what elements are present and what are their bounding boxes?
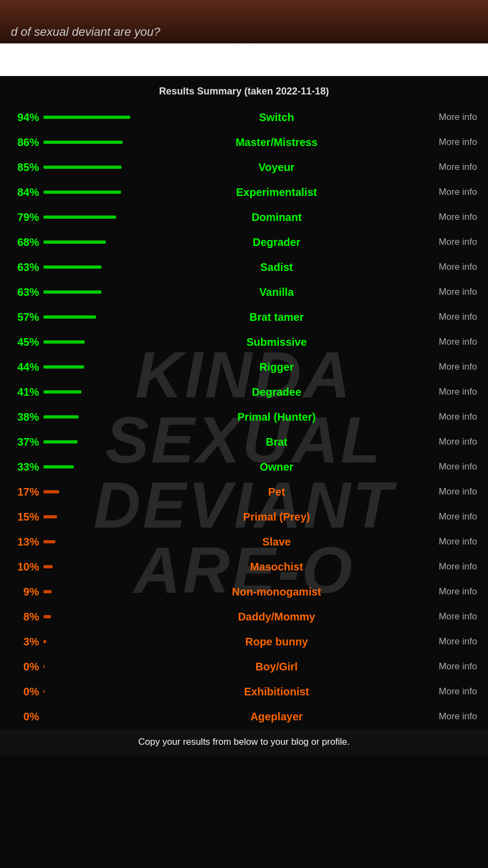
- result-label: Rigger: [141, 361, 412, 373]
- more-info-link[interactable]: More info: [412, 586, 477, 597]
- footer-bar: Copy your results from below to your blo…: [0, 729, 488, 755]
- result-percent: 45%: [5, 336, 43, 349]
- result-label: Submissive: [141, 336, 412, 349]
- result-percent: 38%: [5, 411, 43, 423]
- progress-bar: [43, 415, 79, 419]
- bar-container: [43, 640, 141, 643]
- bar-container: [43, 365, 141, 369]
- table-row: 44% Rigger More info: [0, 354, 488, 379]
- progress-bar: [43, 515, 57, 518]
- more-info-link[interactable]: More info: [412, 387, 477, 397]
- more-info-link[interactable]: More info: [412, 436, 477, 447]
- more-info-link[interactable]: More info: [412, 486, 477, 497]
- table-row: 85% Voyeur More info: [0, 155, 488, 180]
- result-percent: 10%: [5, 561, 43, 573]
- table-row: 13% Slave More info: [0, 529, 488, 554]
- result-percent: 9%: [5, 586, 43, 598]
- result-label: Daddy/Mommy: [141, 611, 412, 623]
- result-label: Boy/Girl: [141, 661, 412, 673]
- bar-container: [43, 390, 141, 394]
- result-label: Degrader: [141, 236, 412, 249]
- more-info-link[interactable]: More info: [412, 187, 477, 198]
- progress-bar: [43, 240, 106, 244]
- table-row: 41% Degradee More info: [0, 379, 488, 404]
- more-info-link[interactable]: More info: [412, 611, 477, 622]
- progress-bar: [43, 465, 74, 468]
- bar-container: [43, 540, 141, 543]
- table-row: 79% Dominant More info: [0, 205, 488, 230]
- bar-container: [43, 141, 141, 144]
- progress-bar: [43, 690, 45, 693]
- result-percent: 3%: [5, 636, 43, 648]
- table-row: 84% Experimentalist More info: [0, 180, 488, 205]
- table-row: 15% Primal (Prey) More info: [0, 504, 488, 529]
- result-percent: 79%: [5, 211, 43, 224]
- results-title: Results Summary (taken 2022-11-18): [0, 81, 488, 97]
- result-percent: 17%: [5, 486, 43, 498]
- page-subtitle: d of sexual deviant are you?: [11, 25, 160, 39]
- result-label: Master/Mistress: [141, 136, 412, 149]
- result-percent: 68%: [5, 236, 43, 249]
- result-label: Brat: [141, 436, 412, 448]
- more-info-link[interactable]: More info: [412, 636, 477, 647]
- bar-container: [43, 690, 141, 693]
- bar-container: [43, 590, 141, 593]
- result-label: Vanilla: [141, 286, 412, 299]
- result-percent: 0%: [5, 661, 43, 673]
- table-row: 38% Primal (Hunter) More info: [0, 404, 488, 429]
- result-percent: 8%: [5, 611, 43, 623]
- progress-bar: [43, 615, 51, 618]
- bar-container: [43, 315, 141, 319]
- progress-bar: [43, 340, 85, 344]
- result-label: Sadist: [141, 261, 412, 274]
- bar-container: [43, 440, 141, 443]
- more-info-link[interactable]: More info: [412, 461, 477, 472]
- more-info-link[interactable]: More info: [412, 162, 477, 173]
- table-row: 86% Master/Mistress More info: [0, 130, 488, 155]
- progress-bar: [43, 590, 52, 593]
- more-info-link[interactable]: More info: [412, 362, 477, 372]
- more-info-link[interactable]: More info: [412, 262, 477, 273]
- result-percent: 41%: [5, 386, 43, 398]
- more-info-link[interactable]: More info: [412, 287, 477, 297]
- more-info-link[interactable]: More info: [412, 711, 477, 722]
- result-percent: 84%: [5, 186, 43, 199]
- result-percent: 33%: [5, 461, 43, 473]
- result-percent: 63%: [5, 261, 43, 274]
- progress-bar: [43, 665, 45, 668]
- table-row: 3% Rope bunny More info: [0, 629, 488, 654]
- progress-bar: [43, 540, 55, 543]
- table-row: 9% Non-monogamist More info: [0, 579, 488, 604]
- bar-container: [43, 240, 141, 244]
- more-info-link[interactable]: More info: [412, 536, 477, 547]
- table-row: 10% Masochist More info: [0, 554, 488, 579]
- table-row: 63% Vanilla More info: [0, 280, 488, 305]
- bar-container: [43, 340, 141, 344]
- result-label: Voyeur: [141, 161, 412, 174]
- more-info-link[interactable]: More info: [412, 337, 477, 347]
- result-label: Ageplayer: [141, 711, 412, 723]
- result-label: Rope bunny: [141, 636, 412, 648]
- table-row: 45% Submissive More info: [0, 330, 488, 354]
- table-row: 68% Degrader More info: [0, 230, 488, 255]
- more-info-link[interactable]: More info: [412, 112, 477, 123]
- bar-container: [43, 490, 141, 493]
- result-label: Exhibitionist: [141, 686, 412, 698]
- more-info-link[interactable]: More info: [412, 237, 477, 248]
- table-row: 8% Daddy/Mommy More info: [0, 604, 488, 629]
- result-label: Primal (Prey): [141, 511, 412, 523]
- result-label: Owner: [141, 461, 412, 473]
- more-info-link[interactable]: More info: [412, 137, 477, 148]
- more-info-link[interactable]: More info: [412, 212, 477, 223]
- more-info-link[interactable]: More info: [412, 661, 477, 672]
- more-info-link[interactable]: More info: [412, 312, 477, 322]
- more-info-link[interactable]: More info: [412, 511, 477, 522]
- result-label: Primal (Hunter): [141, 411, 412, 423]
- more-info-link[interactable]: More info: [412, 561, 477, 572]
- table-row: 37% Brat More info: [0, 429, 488, 454]
- more-info-link[interactable]: More info: [412, 411, 477, 422]
- more-info-link[interactable]: More info: [412, 686, 477, 697]
- white-header: [0, 43, 488, 76]
- table-row: 33% Owner More info: [0, 454, 488, 479]
- bar-container: [43, 515, 141, 518]
